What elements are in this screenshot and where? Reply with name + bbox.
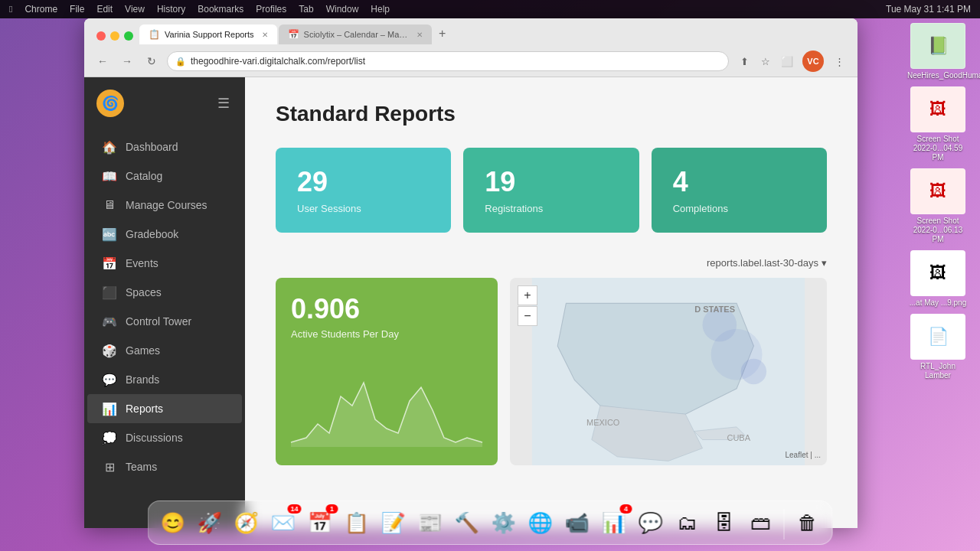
close-light[interactable] [96,31,106,41]
sidebar-item-reports[interactable]: 📊Reports [87,394,242,423]
sidebar-item-brands[interactable]: 💬Brands [87,365,242,394]
date-range-dropdown[interactable]: reports.label.last-30-days ▾ [707,257,827,269]
new-tab-btn[interactable]: + [432,23,453,44]
registrations-number: 19 [485,166,617,198]
sidebar-item-games[interactable]: 🎲Games [87,336,242,365]
sidebar-item-teams[interactable]: ⊞Teams [87,452,242,481]
share-icon[interactable]: ⬆ [735,52,753,70]
sidebar-label-teams: Teams [126,461,157,473]
back-btn[interactable]: ← [93,52,112,70]
dock-item-notes[interactable]: 📝 [377,506,410,540]
map-card: + − D STATES MEXICO CUBA Leaflet | ... [510,278,827,465]
dock-item-apps3[interactable]: 🗃 [744,506,778,540]
reload-btn[interactable]: ↻ [142,52,161,70]
dock-item-apps2[interactable]: 🗄 [707,506,741,540]
tab-close-btn[interactable]: ✕ [262,31,268,39]
dock-item-trash[interactable]: 🗑 [791,506,825,540]
leaflet-label: Leaflet | ... [785,451,821,459]
dock-badge: 14 [287,504,301,514]
apple-menu[interactable]:  [9,4,12,15]
map-cuba-label: CUBA [727,433,750,442]
sidebar-nav: 🏠Dashboard📖Catalog🖥Manage Courses🔤Gradeb… [84,126,245,528]
tab2-close-btn[interactable]: ✕ [416,31,423,39]
map-svg [510,278,827,465]
dock-item-excel[interactable]: 📊4 [597,506,631,540]
dock-item-apps1[interactable]: 🗂 [671,506,704,540]
sidebar-item-catalog[interactable]: 📖Catalog [87,161,242,191]
dock-item-calendar[interactable]: 📅1 [303,506,337,540]
file-menu[interactable]: File [70,4,84,15]
user-avatar[interactable]: VC [802,51,824,72]
dock-item-launchpad[interactable]: 🚀 [193,506,227,540]
forward-btn[interactable]: → [118,52,136,70]
sidebar-item-dashboard[interactable]: 🏠Dashboard [87,132,242,161]
fullscreen-light[interactable] [124,31,133,41]
menu-dots[interactable]: ⋮ [830,52,848,70]
sidebar-item-spaces[interactable]: ⬛Spaces [87,278,242,307]
window-menu[interactable]: Window [326,4,359,15]
app-logo: 🌀 [96,90,124,117]
chrome-menu[interactable]: Chrome [24,4,57,15]
tab-menu[interactable]: Tab [299,4,313,15]
dock-item-mail[interactable]: ✉️14 [266,506,300,540]
tab2-label: Sciolytix – Calendar – May 202… [304,30,409,39]
view-menu[interactable]: View [125,4,145,15]
reports-icon: 📊 [103,402,116,416]
sidebar-item-manage-courses[interactable]: 🖥Manage Courses [87,191,242,220]
desktop-icon-screenshot2[interactable]: 🖼 Screen Shot 2022-0...06.13 PM [903,168,972,244]
desktop-icon-screenshot3[interactable]: 🖼 ...at May ...9.png [903,250,972,308]
zoom-out-btn[interactable]: − [518,306,537,326]
zoom-in-btn[interactable]: + [518,285,537,305]
activity-chart-card: 0.906 Active Students Per Day [276,278,498,465]
profiles-menu[interactable]: Profiles [256,4,286,15]
dock-item-chrome[interactable]: 🌐 [524,506,557,540]
dock-item-xcode[interactable]: 🔨 [450,506,484,540]
sidebar-logo: 🌀 ☰ [84,77,245,126]
url-text: thegoodhire-vari.digitalchalk.com/report… [191,56,365,67]
desktop-icon-rtl[interactable]: 📄 RTL_John Lamber [903,314,972,380]
hamburger-menu[interactable]: ☰ [214,92,233,115]
dock-badge: 4 [620,504,632,514]
sessions-label: User Sessions [297,203,430,214]
dock-item-safari[interactable]: 🧭 [230,506,263,540]
dock-item-news[interactable]: 📰 [413,506,447,540]
desktop-icon-neehires[interactable]: 📗 NeeHires_GoodHumanProject.xlsx [903,23,972,80]
dock-item-zoom[interactable]: 📹 [560,506,594,540]
dock-item-reminders[interactable]: 📋 [340,506,374,540]
sidebar-item-events[interactable]: 📅Events [87,249,242,278]
sidebar-item-discussions[interactable]: 💭Discussions [87,423,242,452]
url-bar[interactable]: 🔒 thegoodhire-vari.digitalchalk.com/repo… [167,51,729,71]
reports-dropdown: reports.label.last-30-days ▾ [276,257,827,269]
tab-active[interactable]: 📋 Varinia Support Reports ✕ [139,24,277,44]
tab2-favicon: 📅 [288,29,299,40]
sidebar-item-control-tower[interactable]: 🎮Control Tower [87,307,242,336]
tab-favicon: 📋 [149,29,160,40]
sessions-number: 29 [297,166,430,198]
sparkline-chart [291,355,482,447]
sidebar-label-control-tower: Control Tower [126,315,191,328]
discussions-icon: 💭 [103,431,116,445]
bookmarks-menu[interactable]: Bookmarks [198,4,243,15]
edit-menu[interactable]: Edit [96,4,113,15]
dock-item-slack[interactable]: 💬 [634,506,668,540]
dock-item-finder[interactable]: 😊 [156,506,190,540]
stat-card-completions: 4 Completions [652,148,827,233]
tab-calendar[interactable]: 📅 Sciolytix – Calendar – May 202… ✕ [279,24,432,44]
bookmark-icon[interactable]: ☆ [756,52,775,70]
sidebar-item-gradebook[interactable]: 🔤Gradebook [87,220,242,249]
addr-actions: ⬆ ☆ ⬜ [735,52,796,70]
gradebook-icon: 🔤 [103,227,116,241]
history-menu[interactable]: History [157,4,185,15]
rtl-thumb: 📄 [910,314,965,360]
teams-icon: ⊞ [103,460,116,474]
chevron-down-icon: ▾ [822,257,827,269]
app-container: 🌀 ☰ 🏠Dashboard📖Catalog🖥Manage Courses🔤Gr… [84,77,858,528]
dock-item-system-prefs[interactable]: ⚙️ [487,506,521,540]
help-menu[interactable]: Help [371,4,390,15]
minimize-light[interactable] [110,31,119,41]
rtl-label: RTL_John Lamber [907,362,969,380]
svg-point-3 [741,359,766,384]
sidebar-label-discussions: Discussions [126,432,183,444]
desktop-icon-btn[interactable]: ⬜ [778,52,796,70]
desktop-icon-screenshot1[interactable]: 🖼 Screen Shot 2022-0...04.59 PM [903,86,972,162]
